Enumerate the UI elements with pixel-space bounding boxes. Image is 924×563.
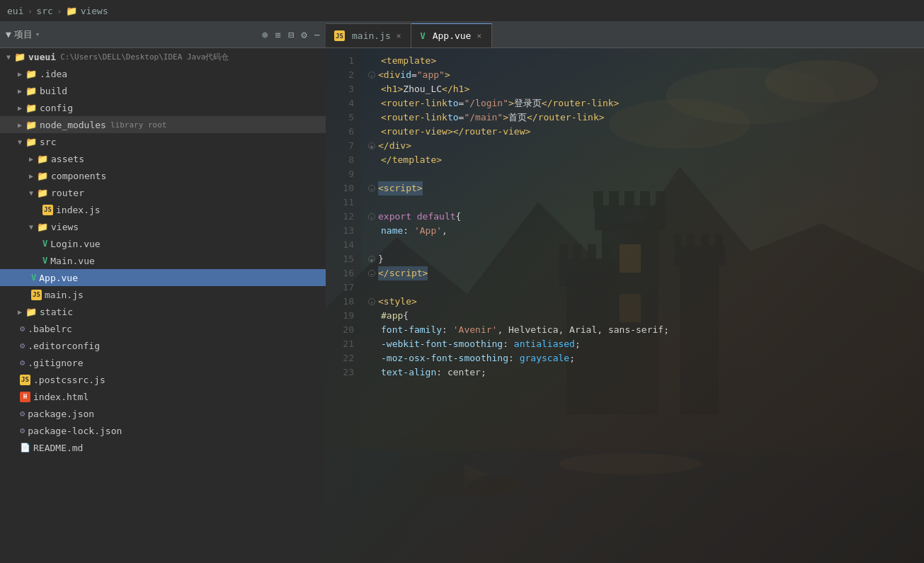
folder-icon-components: 📁 bbox=[37, 171, 48, 181]
line-number-15: 15 bbox=[326, 252, 361, 266]
code-line-3: <h1>Zhou_LC</h1> bbox=[368, 82, 924, 96]
tree-item-login-vue[interactable]: V Login.vue bbox=[0, 235, 326, 252]
tree-item-gitignore[interactable]: ⚙ .gitignore bbox=[0, 354, 326, 371]
add-file-icon[interactable]: ⊕ bbox=[262, 29, 268, 40]
md-icon-readme: 📄 bbox=[20, 443, 30, 453]
line-number-10: 10 bbox=[326, 181, 361, 195]
code-line-12: -export default { bbox=[368, 210, 924, 224]
tab-app-vue[interactable]: V App.vue ✕ bbox=[411, 23, 492, 47]
tab-bar: JS main.js ✕ V App.vue ✕ bbox=[326, 21, 924, 48]
tree-item-assets[interactable]: ▶ 📁 assets bbox=[0, 150, 326, 167]
code-line-14 bbox=[368, 238, 924, 252]
tree-item-main-vue[interactable]: V Main.vue bbox=[0, 252, 326, 269]
expand-icon[interactable]: ≡ bbox=[275, 29, 280, 40]
tree-item-router-index[interactable]: JS index.js bbox=[0, 201, 326, 218]
library-root-label: library root bbox=[110, 120, 166, 130]
code-line-1: <template> bbox=[368, 54, 924, 68]
line-number-2: 2 bbox=[326, 68, 361, 82]
html-icon-index: H bbox=[20, 392, 30, 402]
expand-arrow-static[interactable]: ▶ bbox=[14, 308, 25, 316]
tree-label-index-html: index.html bbox=[33, 392, 89, 402]
line-number-21: 21 bbox=[326, 337, 361, 351]
collapse-icon[interactable]: ⊟ bbox=[288, 29, 294, 40]
js-icon-postcssrc: JS bbox=[20, 375, 30, 385]
expand-arrow-node-modules[interactable]: ▶ bbox=[14, 121, 25, 129]
tree-label-app-vue: App.vue bbox=[39, 273, 78, 283]
config-icon-babelrc: ⚙ bbox=[20, 324, 25, 334]
minimize-icon[interactable]: − bbox=[314, 29, 320, 40]
json-icon-package-lock: ⚙ bbox=[20, 426, 25, 436]
title-bar: eui › src › 📁 views bbox=[0, 0, 924, 21]
tree-item-vueui[interactable]: ▼ 📁 vueui C:\Users\DELL\Desktop\IDEA Jav… bbox=[0, 48, 326, 65]
app-name: eui bbox=[7, 6, 23, 16]
js-icon-tab-main: JS bbox=[334, 30, 345, 41]
folder-icon-vueui: 📁 bbox=[14, 52, 25, 62]
tree-label-main-vue: Main.vue bbox=[50, 256, 95, 266]
tree-item-build[interactable]: ▶ 📁 build bbox=[0, 82, 326, 99]
vue-icon-tab-app: V bbox=[420, 31, 425, 41]
tree-item-editorconfig[interactable]: ⚙ .editorconfig bbox=[0, 337, 326, 354]
tree-item-node-modules[interactable]: ▶ 📁 node_modules library root bbox=[0, 116, 326, 133]
line-number-1: 1 bbox=[326, 54, 361, 68]
tree-label-node-modules: node_modules bbox=[40, 120, 106, 130]
code-line-8: </template> bbox=[368, 153, 924, 167]
tree-item-readme[interactable]: 📄 README.md bbox=[0, 439, 326, 456]
folder-icon-views: 📁 bbox=[37, 222, 48, 232]
sidebar: ▼ 项目 ▾ ⊕ ≡ ⊟ ⚙ − ▼ 📁 vueui C:\Users\DELL… bbox=[0, 21, 326, 563]
expand-arrow-idea[interactable]: ▶ bbox=[14, 70, 25, 78]
code-area[interactable]: <template>- <div id="app"> <h1>Zhou_LC</… bbox=[361, 48, 924, 563]
tree-item-package-lock-json[interactable]: ⚙ package-lock.json bbox=[0, 422, 326, 439]
expand-arrow-components[interactable]: ▶ bbox=[25, 172, 37, 180]
tree-item-router[interactable]: ▼ 📁 router bbox=[0, 184, 326, 201]
tree-path-vueui: C:\Users\DELL\Desktop\IDEA Java代码仓 bbox=[60, 52, 229, 62]
expand-arrow-config[interactable]: ▶ bbox=[14, 104, 25, 112]
folder-icon-idea: 📁 bbox=[25, 69, 37, 79]
line-number-11: 11 bbox=[326, 195, 361, 210]
tree-item-components[interactable]: ▶ 📁 components bbox=[0, 167, 326, 184]
folder-icon-config: 📁 bbox=[25, 103, 37, 113]
sidebar-toolbar-right: ⊕ ≡ ⊟ ⚙ − bbox=[262, 29, 320, 40]
editor-content: 1234567891011121314151617181920212223 <t… bbox=[326, 48, 924, 563]
tree-item-app-vue[interactable]: V App.vue bbox=[0, 269, 326, 286]
tab-close-main-js[interactable]: ✕ bbox=[395, 30, 403, 42]
tree-item-idea[interactable]: ▶ 📁 .idea bbox=[0, 65, 326, 82]
tree-item-config[interactable]: ▶ 📁 config bbox=[0, 99, 326, 116]
tree-item-main-js[interactable]: JS main.js bbox=[0, 286, 326, 303]
line-number-5: 5 bbox=[326, 110, 361, 125]
line-number-4: 4 bbox=[326, 96, 361, 110]
line-number-6: 6 bbox=[326, 125, 361, 139]
expand-arrow-vueui[interactable]: ▼ bbox=[3, 53, 14, 61]
line-number-13: 13 bbox=[326, 224, 361, 238]
tree-label-editorconfig: .editorconfig bbox=[28, 341, 100, 351]
expand-arrow-views[interactable]: ▼ bbox=[25, 223, 37, 231]
code-line-21: -webkit-font-smoothing: antialiased; bbox=[368, 337, 924, 351]
tree-label-assets: assets bbox=[51, 154, 84, 164]
collapse-arrow-icon[interactable]: ▼ bbox=[6, 29, 11, 40]
tab-close-app-vue[interactable]: ✕ bbox=[475, 30, 483, 42]
expand-arrow-build[interactable]: ▶ bbox=[14, 87, 25, 95]
tab-main-js[interactable]: JS main.js ✕ bbox=[326, 23, 411, 47]
tree-item-babelrc[interactable]: ⚙ .babelrc bbox=[0, 320, 326, 337]
tree-item-static[interactable]: ▶ 📁 static bbox=[0, 303, 326, 320]
settings-icon[interactable]: ⚙ bbox=[301, 29, 307, 40]
line-numbers: 1234567891011121314151617181920212223 bbox=[326, 48, 361, 563]
breadcrumb-src: src bbox=[36, 6, 52, 16]
vue-icon-login: V bbox=[42, 239, 47, 249]
breadcrumb: eui › src › 📁 views bbox=[7, 6, 108, 16]
tree-item-index-html[interactable]: H index.html bbox=[0, 388, 326, 405]
code-line-6: <router-view></router-view> bbox=[368, 125, 924, 139]
dropdown-arrow-icon[interactable]: ▾ bbox=[35, 30, 40, 39]
line-number-17: 17 bbox=[326, 280, 361, 295]
expand-arrow-src[interactable]: ▼ bbox=[14, 138, 25, 146]
tree-item-package-json[interactable]: ⚙ package.json bbox=[0, 405, 326, 422]
line-number-9: 9 bbox=[326, 167, 361, 181]
code-line-23: text-align: center; bbox=[368, 365, 924, 380]
line-number-22: 22 bbox=[326, 351, 361, 365]
tree-label-vueui: vueui bbox=[28, 52, 56, 62]
tree-item-src[interactable]: ▼ 📁 src bbox=[0, 133, 326, 150]
expand-arrow-assets[interactable]: ▶ bbox=[25, 155, 37, 163]
sidebar-content[interactable]: ▼ 📁 vueui C:\Users\DELL\Desktop\IDEA Jav… bbox=[0, 48, 326, 563]
tree-item-views[interactable]: ▼ 📁 views bbox=[0, 218, 326, 235]
tree-item-postcssrc[interactable]: JS .postcssrc.js bbox=[0, 371, 326, 388]
expand-arrow-router[interactable]: ▼ bbox=[25, 189, 37, 197]
